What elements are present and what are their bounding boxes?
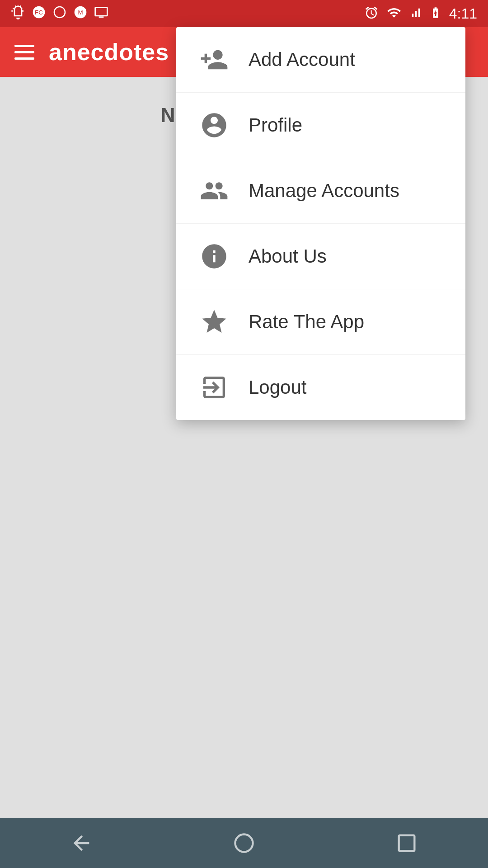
- menu-item-manage-accounts[interactable]: Manage Accounts: [176, 158, 465, 224]
- status-icons-left: FC M: [11, 5, 108, 23]
- home-button[interactable]: [226, 825, 262, 861]
- battery-icon: [429, 5, 442, 22]
- svg-text:M: M: [78, 9, 83, 16]
- hamburger-line: [14, 57, 34, 60]
- status-bar: FC M 4:11: [0, 0, 488, 27]
- hamburger-menu-button[interactable]: [14, 45, 34, 60]
- menu-item-rate-app[interactable]: Rate The App: [176, 289, 465, 355]
- dropdown-menu: Add Account Profile Manage Accounts Abou…: [176, 27, 465, 420]
- menu-item-about-us[interactable]: About Us: [176, 224, 465, 289]
- wifi-icon: [386, 5, 402, 22]
- menu-item-profile[interactable]: Profile: [176, 93, 465, 158]
- hamburger-line: [14, 45, 34, 47]
- add-account-label: Add Account: [249, 49, 355, 71]
- about-us-label: About Us: [249, 245, 327, 267]
- add-person-icon: [198, 43, 230, 76]
- recents-button[interactable]: [389, 825, 425, 861]
- star-icon: [198, 306, 230, 338]
- screen-icon: [94, 5, 108, 23]
- svg-point-6: [235, 835, 253, 852]
- svg-rect-7: [399, 835, 415, 851]
- logout-label: Logout: [249, 377, 306, 398]
- hamburger-line: [14, 51, 34, 53]
- alarm-icon: [364, 5, 379, 22]
- svg-rect-4: [95, 7, 108, 16]
- signal-icon: [409, 5, 422, 22]
- person-circle-icon: [198, 109, 230, 142]
- bottom-navigation-bar: [0, 818, 488, 868]
- notification-icon: [11, 5, 25, 23]
- status-right: 4:11: [364, 5, 477, 22]
- motorola-icon: M: [73, 5, 88, 23]
- svg-text:FC: FC: [35, 9, 43, 16]
- status-time: 4:11: [449, 5, 477, 22]
- menu-item-logout[interactable]: Logout: [176, 355, 465, 420]
- profile-label: Profile: [249, 114, 302, 136]
- menu-item-add-account[interactable]: Add Account: [176, 27, 465, 93]
- group-icon: [198, 175, 230, 207]
- rate-app-label: Rate The App: [249, 311, 364, 333]
- manage-accounts-label: Manage Accounts: [249, 180, 399, 202]
- exit-icon: [198, 371, 230, 404]
- fc-icon: FC: [32, 5, 46, 23]
- info-circle-icon: [198, 240, 230, 273]
- app-title: anecdotes: [49, 38, 169, 66]
- back-button[interactable]: [63, 825, 99, 861]
- settings-circle-icon: [52, 5, 67, 23]
